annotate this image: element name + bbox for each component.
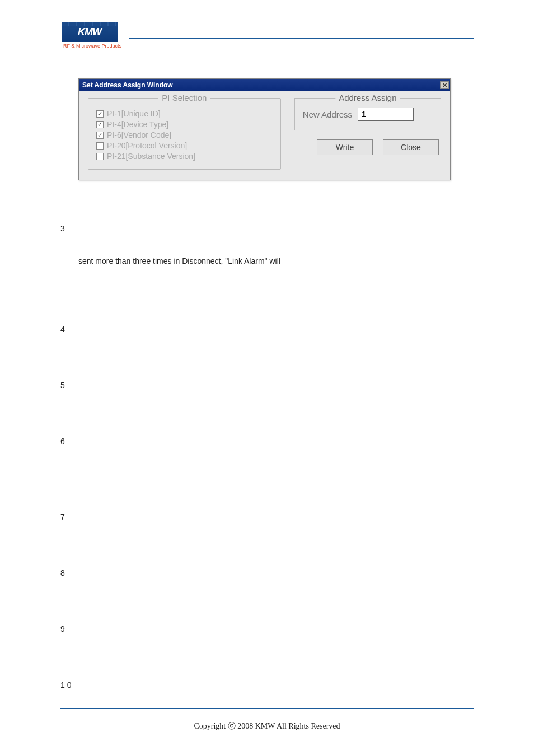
pi-checkbox-label: PI-21[Substance Version] [107, 152, 195, 161]
checkbox-icon[interactable] [96, 153, 104, 160]
logo-mark: KMW [62, 22, 118, 42]
dialog-button-row: Write Close [294, 139, 441, 155]
checkbox-icon[interactable]: ✓ [96, 132, 104, 139]
pi-checkbox-row[interactable]: PI-20[Protocol Version] [96, 141, 273, 150]
pi-selection-group: PI Selection ✓ PI-1[Unique ID] ✓ PI-4[De… [88, 98, 281, 170]
pi-checkbox-row[interactable]: ✓ PI-4[Device Type] [96, 120, 273, 129]
body-line: sent more than three times in Disconnect… [78, 256, 280, 265]
write-button[interactable]: Write [317, 139, 373, 155]
pi-checkbox-label: PI-20[Protocol Version] [107, 141, 187, 150]
list-marker: 3 [60, 224, 65, 233]
header-rule-top [129, 38, 474, 39]
checkbox-icon[interactable] [96, 142, 104, 150]
list-marker: 1 0 [60, 680, 71, 689]
address-assign-legend: Address Assign [335, 93, 400, 102]
footer-rule-top [60, 706, 474, 706]
list-marker: 4 [60, 325, 65, 334]
checkbox-icon[interactable]: ✓ [96, 110, 104, 118]
dash-mark: _ [269, 637, 273, 646]
address-assign-group: Address Assign New Address [294, 98, 441, 130]
copyright-text: Copyright ⓒ 2008 KMW All Rights Reserved [0, 721, 534, 731]
footer-rule-bottom [60, 708, 474, 709]
pi-checkbox-label: PI-4[Device Type] [107, 120, 168, 129]
pi-checkbox-row[interactable]: PI-21[Substance Version] [96, 152, 273, 161]
pi-checkbox-label: PI-1[Unique ID] [107, 109, 161, 118]
list-marker: 8 [60, 568, 65, 577]
list-marker: 9 [60, 624, 65, 633]
new-address-row: New Address [303, 108, 433, 121]
pi-checkbox-row[interactable]: ✓ PI-1[Unique ID] [96, 109, 273, 118]
dialog-body: PI Selection ✓ PI-1[Unique ID] ✓ PI-4[De… [79, 91, 450, 180]
new-address-label: New Address [303, 110, 352, 119]
header-rule-bottom [60, 58, 474, 58]
logo-tagline: RF & Microwave Products [62, 43, 123, 49]
list-marker: 7 [60, 512, 65, 521]
right-column: Address Assign New Address Write Close [294, 98, 441, 170]
header-logo: KMW RF & Microwave Products [62, 22, 123, 49]
dialog-titlebar[interactable]: Set Address Assign Window ✕ [79, 79, 450, 91]
pi-selection-legend: PI Selection [158, 93, 210, 102]
new-address-input[interactable] [358, 108, 414, 121]
address-assign-dialog: Set Address Assign Window ✕ PI Selection… [78, 78, 451, 180]
dialog-title: Set Address Assign Window [82, 81, 173, 89]
checkbox-icon[interactable]: ✓ [96, 121, 104, 128]
pi-checkbox-label: PI-6[Vendor Code] [107, 130, 171, 139]
list-marker: 6 [60, 437, 65, 446]
close-icon[interactable]: ✕ [440, 81, 449, 89]
list-marker: 5 [60, 381, 65, 390]
close-button[interactable]: Close [383, 139, 439, 155]
pi-checkbox-row[interactable]: ✓ PI-6[Vendor Code] [96, 130, 273, 139]
